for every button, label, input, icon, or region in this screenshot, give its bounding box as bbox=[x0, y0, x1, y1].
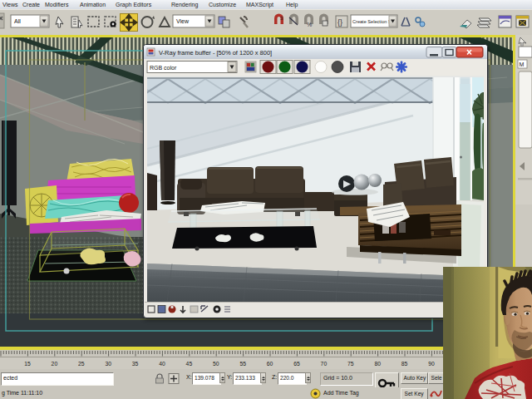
svg-text:80: 80 bbox=[374, 361, 381, 367]
svg-text:90: 90 bbox=[428, 361, 435, 367]
svg-text:45: 45 bbox=[186, 361, 193, 367]
svg-text:M: M bbox=[520, 62, 525, 67]
svg-text:70: 70 bbox=[321, 361, 328, 367]
svg-text:{}: {} bbox=[337, 18, 342, 27]
svg-text:All: All bbox=[14, 18, 21, 24]
svg-text:RGB color: RGB color bbox=[150, 65, 177, 71]
svg-text:40: 40 bbox=[159, 361, 165, 367]
svg-text:85: 85 bbox=[401, 361, 408, 367]
svg-text:35: 35 bbox=[132, 361, 139, 367]
svg-text:15: 15 bbox=[24, 361, 31, 367]
svg-text:20: 20 bbox=[52, 361, 58, 367]
svg-text:%: % bbox=[307, 22, 312, 27]
svg-text:25: 25 bbox=[78, 361, 85, 367]
svg-text:65: 65 bbox=[293, 361, 300, 367]
svg-text:V-Ray frame buffer - [50% of 1: V-Ray frame buffer - [50% of 1200 x 800] bbox=[159, 49, 272, 57]
svg-text:75: 75 bbox=[347, 361, 354, 367]
svg-text:50: 50 bbox=[213, 361, 219, 367]
svg-text:30: 30 bbox=[105, 361, 111, 367]
svg-text:55: 55 bbox=[239, 361, 246, 367]
svg-text:60: 60 bbox=[267, 361, 273, 367]
svg-text:View: View bbox=[176, 18, 190, 24]
